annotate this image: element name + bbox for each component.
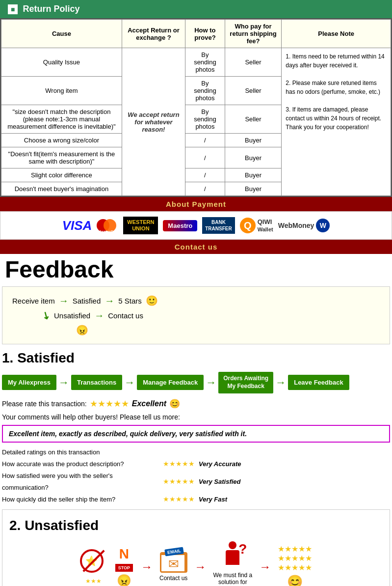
step-arrow-4: →: [275, 376, 286, 389]
western-union-logo: WESTERNUNION: [123, 217, 158, 234]
stars-smiley-icon: ★★★★★ ★★★★★ ★★★★★ 😊: [278, 544, 312, 586]
unsatisfied-section: 2. Unsatisfied ⭐ ★★★ N STOP 😠 →: [2, 509, 390, 586]
arrow-right-3: →: [94, 310, 104, 321]
col-cause: Cause: [1, 20, 122, 48]
how-cell: By sending photos: [185, 48, 225, 77]
solution-label: We must find a solution for you.: [213, 572, 252, 586]
email-contact: ✉ EMAIL Contact us: [159, 552, 187, 582]
qiwi-logo: Q QIWIWallet: [240, 218, 273, 233]
rating-text-2: Very Satisfied: [199, 476, 241, 487]
return-policy-header: ■ Return Policy: [0, 0, 392, 18]
payment-section-title: About Payment: [0, 197, 392, 211]
cause-cell: "Doesn't fit(item's measurement is the s…: [1, 147, 122, 168]
how-cell: By sending photos: [185, 105, 225, 134]
policy-table: Cause Accept Return or exchange ? How to…: [1, 19, 391, 196]
solution-icon: ? We must find a solution for you.: [213, 541, 252, 586]
rating-label-2: How satisfied were you with the seller's…: [2, 470, 159, 493]
flow-row-2: ↘ Unsatisfied → Contact us: [12, 309, 380, 321]
smiley-happy: 🙂: [146, 295, 158, 307]
rating-stars-3: ★★★★★: [163, 493, 195, 505]
detailed-ratings: Detailed ratings on this transaction How…: [0, 445, 392, 508]
contact-us-label: Contact us: [159, 575, 187, 582]
how-cell: By sending photos: [185, 77, 225, 105]
cause-cell: Quality Issue: [1, 48, 122, 77]
unsatisfied-flow: ⭐ ★★★ N STOP 😠 → ✉ EMAIL: [7, 536, 385, 586]
rating-row-2: How satisfied were you with the seller's…: [2, 470, 390, 493]
table-container: Cause Accept Return or exchange ? How to…: [0, 18, 392, 197]
table-row: Quality Issue We accept return for whate…: [1, 48, 391, 77]
rating-row-1: How accurate was the product description…: [2, 458, 390, 470]
contact-us-bar: Contact us: [0, 240, 392, 254]
who-cell: Buyer: [225, 147, 282, 168]
red-arrow-3: →: [259, 560, 271, 574]
mastercard-logo: MasterCard: [97, 219, 118, 232]
step-arrow-1: →: [58, 376, 69, 389]
rating-label-1: How accurate was the product description…: [2, 458, 159, 470]
col-note: Please Note: [282, 20, 391, 48]
note-text: 1. Items need to be returned within 14 d…: [286, 53, 384, 131]
rating-text-1: Very Accurate: [199, 458, 241, 470]
step-arrow-3: →: [206, 376, 216, 389]
col-accept: Accept Return or exchange ?: [122, 20, 185, 48]
accept-cell: We accept return for whatever reason!: [122, 48, 185, 196]
cause-cell: Slight color difference: [1, 168, 122, 182]
cause-cell: Choose a wrong size/color: [1, 134, 122, 147]
who-cell: Seller: [225, 77, 282, 105]
col-who: Who pay for return shipping fee?: [225, 20, 282, 48]
webmoney-logo: WebMoney W: [278, 219, 330, 232]
no-stars-icon: ⭐ ★★★: [80, 549, 107, 585]
smiley-angry: 😠: [76, 325, 88, 335]
arrow-right-2: →: [105, 295, 114, 307]
rating-text-3: Very Fast: [199, 494, 227, 505]
n-stop-icon: N STOP 😠: [114, 546, 134, 586]
unsatisfied-label: Unsatisfied: [54, 311, 90, 320]
feedback-flow-box: Receive item → Satisfied → 5 Stars 🙂 ↘ U…: [2, 286, 390, 344]
payment-title: About Payment: [166, 200, 226, 208]
comment-box: Excellent item, exactly as described, qu…: [2, 425, 390, 443]
arrow-down-right: ↘: [39, 308, 52, 323]
payment-logos: VISA MasterCard WESTERNUNION Maestro BAN…: [0, 211, 392, 240]
stars-display: ★★★★★: [90, 398, 129, 409]
step-5: Leave Feedback: [288, 375, 349, 390]
rate-text: Please rate this transaction:: [2, 400, 87, 408]
col-prove: How to prove?: [185, 20, 225, 48]
who-cell: Buyer: [225, 182, 282, 196]
cause-cell: Wrong item: [1, 77, 122, 105]
who-cell: Buyer: [225, 134, 282, 147]
header-title: Return Policy: [23, 4, 79, 14]
how-cell: /: [185, 182, 225, 196]
rating-stars-1: ★★★★★: [163, 458, 195, 470]
step-arrow-2: →: [124, 376, 135, 389]
rate-row: Please rate this transaction: ★★★★★ Exce…: [0, 396, 392, 411]
flow-row-1: Receive item → Satisfied → 5 Stars 🙂: [12, 295, 380, 307]
feedback-title: Feedback: [0, 254, 392, 283]
red-arrow-1: →: [141, 560, 153, 574]
how-cell: /: [185, 134, 225, 147]
step-3: Manage Feedback: [137, 375, 204, 390]
rating-stars-2: ★★★★★: [163, 475, 195, 488]
step-2: Transactions: [71, 375, 122, 390]
satisfied-title: 1. Satisfied: [0, 347, 392, 369]
bank-transfer-logo: BANKTRANSFER: [202, 217, 235, 234]
rating-row-3: How quickly did the seller ship the item…: [2, 493, 390, 505]
maestro-logo: Maestro: [163, 220, 197, 231]
steps-flow: My Aliexpress → Transactions → Manage Fe…: [0, 369, 392, 396]
header-icon: ■: [8, 4, 18, 14]
red-arrow-2: →: [194, 560, 206, 574]
who-cell: Buyer: [225, 168, 282, 182]
five-stars-label: 5 Stars: [118, 297, 142, 305]
unsatisfied-title: 2. Unsatisfied: [7, 515, 385, 536]
contact-us-title: Contact us: [175, 243, 218, 251]
detailed-title: Detailed ratings on this transaction: [2, 446, 390, 458]
cause-cell: "size doesn't match the description (ple…: [1, 105, 122, 134]
note-cell: 1. Items need to be returned within 14 d…: [282, 48, 391, 196]
arrow-right-1: →: [59, 295, 69, 307]
excellent-label: Excellent: [132, 399, 166, 408]
satisfied-label: Satisfied: [73, 297, 101, 305]
excellent-emoji: 😊: [169, 398, 180, 409]
how-cell: /: [185, 168, 225, 182]
who-cell: Seller: [225, 48, 282, 77]
step-1: My Aliexpress: [2, 375, 56, 390]
comment-prompt: Your comments will help other buyers! Pl…: [0, 411, 392, 423]
step-4: Orders AwaitingMy Feedback: [218, 372, 273, 393]
